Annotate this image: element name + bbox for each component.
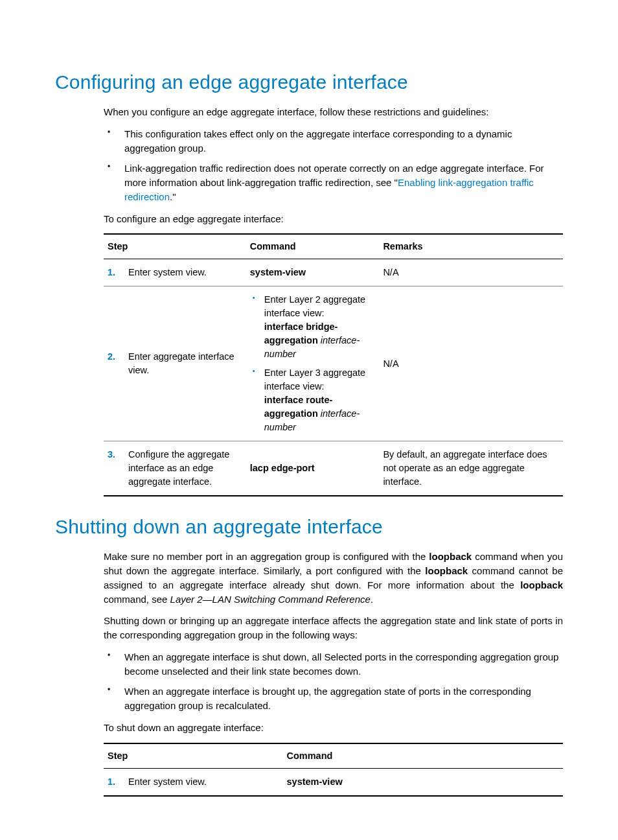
guideline-item: This configuration takes effect only on … [104,127,563,156]
page-content: Configuring an edge aggregate interface … [0,0,618,840]
command-label: Enter Layer 3 aggregate interface view: [264,368,365,391]
step-number: 1. [108,266,126,279]
loopback-keyword: loopback [425,565,468,576]
col-command: Command [283,743,564,769]
section1-guidelines-list: This configuration takes effect only on … [104,127,563,204]
section2-effects-list: When an aggregate interface is shut down… [104,650,563,713]
section1-body: When you configure an edge aggregate int… [104,105,563,496]
section1-title: Configuring an edge aggregate interface [55,71,563,93]
command-text: system-view [250,267,306,277]
command-text: lacp edge-port [250,463,315,473]
remarks-text: By default, an aggregate interface does … [379,441,563,496]
col-command: Command [246,234,380,259]
remarks-text: N/A [379,286,563,441]
section1-lead: To configure an edge aggregate interface… [104,212,563,226]
col-step: Step [104,743,283,769]
procedure-table-2: Step Command 1. Enter system view. syste… [104,743,563,797]
guideline-item: Link-aggregation traffic redirection doe… [104,161,563,204]
step-text: Configure the aggregate interface as an … [128,448,241,489]
effect-item: When an aggregate interface is brought u… [104,684,563,713]
step-number: 2. [108,350,126,364]
loopback-keyword: loopback [520,579,563,590]
step-number: 3. [108,448,126,461]
col-step: Step [104,234,246,259]
table-row: 3. Configure the aggregate interface as … [104,441,563,496]
procedure-table-1: Step Command Remarks 1. Enter system vie… [104,233,563,496]
section2-para2: Shutting down or bringing up an aggregat… [104,614,563,642]
table-row: 2. Enter aggregate interface view. Enter… [104,286,563,441]
loopback-keyword: loopback [429,551,472,562]
step-text: Enter aggregate interface view. [128,350,241,377]
guideline-text: ." [170,191,176,202]
effect-item: When an aggregate interface is shut down… [104,650,563,679]
col-remarks: Remarks [379,234,563,259]
section2-para1: Make sure no member port in an aggregati… [104,550,563,606]
table-row: 1. Enter system view. system-view N/A [104,259,563,286]
command-option: Enter Layer 3 aggregate interface view: … [250,366,376,434]
reference-title: Layer 2—LAN Switching Command Reference [170,594,371,605]
command-option: Enter Layer 2 aggregate interface view: … [250,293,376,361]
section1-intro: When you configure an edge aggregate int… [104,105,563,119]
command-options-list: Enter Layer 2 aggregate interface view: … [250,293,376,434]
section2-body: Make sure no member port in an aggregati… [104,550,563,796]
section2-title: Shutting down an aggregate interface [55,516,563,538]
step-text: Enter system view. [128,266,241,279]
remarks-text: N/A [379,259,563,286]
table-row: 1. Enter system view. system-view [104,768,563,796]
command-text: system-view [287,776,343,787]
section2-lead: To shut down an aggregate interface: [104,721,563,735]
command-label: Enter Layer 2 aggregate interface view: [264,294,365,318]
step-text: Enter system view. [128,775,278,789]
step-number: 1. [108,775,126,789]
